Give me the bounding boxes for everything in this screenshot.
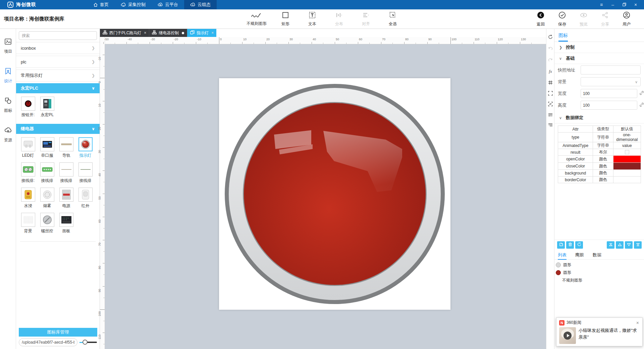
canvas-tab-3[interactable]: 指示灯× xyxy=(187,29,216,37)
icon-library-manage-button[interactable]: 图标库管理 xyxy=(19,328,97,337)
window-minimize-button[interactable]: – xyxy=(607,0,619,9)
notification-close-icon[interactable]: × xyxy=(636,320,640,326)
cell-attr[interactable]: result xyxy=(558,149,593,156)
cell-default[interactable] xyxy=(613,177,641,183)
window-restore-button[interactable] xyxy=(619,0,630,9)
window-close-button[interactable]: × xyxy=(630,0,641,9)
tool-select-all[interactable]: 全选 xyxy=(381,11,405,27)
crop-frame-button[interactable] xyxy=(546,89,554,99)
grid-button[interactable] xyxy=(546,78,554,88)
top-nav-item-4[interactable]: 云组态 xyxy=(184,0,217,9)
lines-left-button[interactable] xyxy=(546,120,554,130)
close-icon[interactable]: × xyxy=(211,31,214,35)
section-data-binding[interactable]: ∨ 数据绑定 xyxy=(554,112,644,123)
color-swatch[interactable] xyxy=(613,163,641,169)
canvas-viewport[interactable] xyxy=(105,44,546,349)
cell-default[interactable]: value xyxy=(613,142,641,149)
link-icon[interactable] xyxy=(639,91,644,97)
lines-right-button[interactable] xyxy=(546,110,554,120)
library-item-panel[interactable]: 面板 xyxy=(58,213,75,234)
cell-vtype[interactable]: 布尔 xyxy=(593,149,613,156)
cell-attr[interactable]: openColor xyxy=(558,156,593,163)
library-item-smoke[interactable]: 烟雾 xyxy=(39,188,56,209)
move-to-top-button[interactable] xyxy=(607,241,614,249)
library-item-serial[interactable]: 串口服 xyxy=(39,137,56,158)
reset-button[interactable] xyxy=(546,32,554,42)
cell-vtype[interactable]: 字符串 xyxy=(593,133,613,142)
cell-default[interactable] xyxy=(613,170,641,177)
cell-default[interactable]: one-dimensional xyxy=(613,133,641,142)
move-up-button[interactable] xyxy=(616,241,624,249)
notification-thumbnail[interactable] xyxy=(559,327,576,344)
background-select[interactable]: ∨ xyxy=(581,77,641,86)
sidebar-item-assets[interactable]: 资源 xyxy=(0,122,16,147)
layer-item-2[interactable]: 圆形 xyxy=(554,269,644,277)
library-group-iconbox[interactable]: iconbox❯ xyxy=(16,42,100,54)
top-nav-item-2[interactable]: 采集控制 xyxy=(115,0,152,9)
window-menu-button[interactable]: ≡ xyxy=(596,0,607,9)
library-group-常用指示灯[interactable]: 常用指示灯❯ xyxy=(16,69,100,82)
cell-default[interactable] xyxy=(613,149,641,156)
library-item-led-box[interactable]: LED灯 xyxy=(19,137,37,158)
tab-eagle-eye[interactable]: 鹰眼 xyxy=(575,250,584,260)
library-item-terminal4[interactable]: 接线排 xyxy=(39,162,56,184)
library-item-line-thin[interactable]: 接线排 xyxy=(58,162,75,184)
height-input[interactable] xyxy=(581,101,637,110)
pct-frame-button[interactable] xyxy=(546,99,554,109)
notification-text[interactable]: 小猫咪发起视频通话，撒娇"求亲亲" xyxy=(579,327,640,344)
cell-vtype[interactable]: 颜色 xyxy=(593,177,613,183)
canvas-tab-1[interactable]: 西门子PLC跑马灯× xyxy=(100,29,149,37)
snapshot-address-input[interactable] xyxy=(581,65,641,74)
cell-default[interactable] xyxy=(613,163,641,170)
cell-attr[interactable]: closeColor xyxy=(558,163,593,170)
move-to-bottom-button[interactable] xyxy=(634,241,642,249)
width-input[interactable] xyxy=(581,89,637,98)
tab-data[interactable]: 数据 xyxy=(593,250,601,260)
search-input[interactable] xyxy=(19,31,97,40)
section-control[interactable]: ❯ 控制 xyxy=(554,42,644,53)
cell-attr[interactable]: type xyxy=(558,133,593,142)
copy-button[interactable] xyxy=(557,241,565,249)
library-group-header-2[interactable]: 继电器∨ xyxy=(16,124,100,134)
library-item-indicator[interactable]: 指示灯 xyxy=(77,137,94,158)
slider-handle[interactable] xyxy=(83,340,88,345)
layer-item-3[interactable]: 不规则图形 xyxy=(554,277,644,284)
cell-vtype[interactable]: 颜色 xyxy=(593,163,613,170)
upload-path-input[interactable] xyxy=(19,338,77,346)
checkbox[interactable] xyxy=(625,150,629,154)
section-basic[interactable]: ∨ 基础 xyxy=(554,53,644,64)
library-item-plc[interactable]: 永宏PL xyxy=(39,97,56,118)
close-icon[interactable]: × xyxy=(144,31,146,35)
cell-attr[interactable]: background xyxy=(558,170,593,177)
action-back-button[interactable]: 返回 xyxy=(532,11,549,27)
cell-vtype[interactable]: 颜色 xyxy=(593,156,613,163)
tool-text[interactable]: 文本 xyxy=(300,11,324,27)
sidebar-item-project[interactable]: 项目 xyxy=(0,34,16,58)
action-save-button[interactable]: 保存 xyxy=(553,11,571,27)
library-item-bg-grid[interactable]: 背景 xyxy=(19,213,37,234)
action-user-button[interactable]: 用户 xyxy=(618,11,635,27)
sidebar-item-icons[interactable]: 图标 xyxy=(0,93,16,117)
tab-list[interactable]: 列表 xyxy=(558,250,567,260)
tool-rect[interactable]: 矩形 xyxy=(273,11,298,27)
icon-size-slider[interactable] xyxy=(79,340,97,345)
delete-button[interactable] xyxy=(566,241,574,249)
top-nav-item-3[interactable]: 云平台 xyxy=(152,0,184,9)
cell-vtype[interactable]: 颜色 xyxy=(593,170,613,177)
library-item-line-green[interactable]: 接线排 xyxy=(77,162,94,184)
library-item-screw[interactable]: 螺丝控 xyxy=(39,213,56,234)
artboard[interactable] xyxy=(219,78,450,310)
tab-icon-properties[interactable]: 图标 xyxy=(558,33,568,42)
cell-attr[interactable]: AnimatedType xyxy=(558,142,593,149)
library-item-water[interactable]: 水浸 xyxy=(19,188,37,209)
move-down-button[interactable] xyxy=(625,241,633,249)
top-nav-item-1[interactable]: 首页 xyxy=(87,0,115,9)
canvas-tab-2[interactable]: 继电器控制 xyxy=(149,29,187,37)
library-item-terminal2[interactable]: 接线排: xyxy=(19,162,37,184)
cell-vtype[interactable]: 字符串 xyxy=(593,142,613,149)
layer-item-1[interactable]: 圆形 xyxy=(554,261,644,269)
library-group-plc[interactable]: plc❯ xyxy=(16,56,100,68)
library-item-power-supply[interactable]: 电源 xyxy=(58,188,75,209)
cell-attr[interactable]: borderColor xyxy=(558,177,593,183)
fx-button[interactable]: fx xyxy=(546,66,554,77)
